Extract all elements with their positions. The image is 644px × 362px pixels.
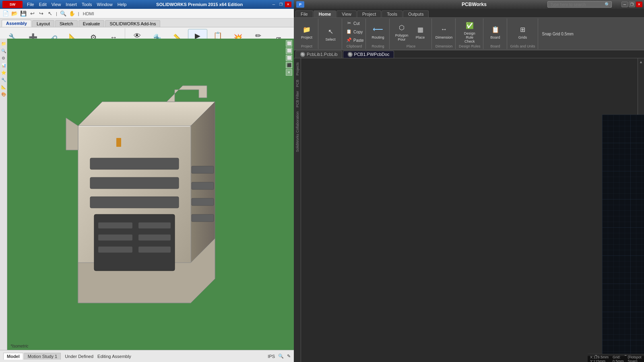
sw-menu-window[interactable]: Window: [95, 2, 115, 7]
sw-redo-btn[interactable]: ↪: [37, 10, 45, 18]
sw-sidebar-icon-7[interactable]: 📐: [0, 84, 7, 90]
pcb-tab-file[interactable]: File: [295, 10, 313, 17]
sw-cursor-btn[interactable]: ↖: [46, 10, 54, 18]
grids-icon: ⊞: [518, 24, 528, 35]
pcb-tab-home[interactable]: Home: [314, 10, 336, 17]
sw-menu-tools[interactable]: Tools: [80, 2, 94, 7]
pcb-ribbon-content: 📁 Project Project ↖ Select ✂ Cut: [294, 18, 644, 50]
sw-status-ips: IPS: [268, 354, 275, 359]
pcb-tab-view[interactable]: View: [336, 10, 357, 17]
pcb-select-btn[interactable]: ↖ Select: [322, 24, 339, 44]
pcb-route-btn[interactable]: ⟵ Routing: [369, 22, 387, 42]
sw-viewport-controls: ⬜ ⬜ ⬜ ⬛ ✕: [286, 40, 292, 76]
pcb-group-clipboard-btns: ✂ Cut 📋 Copy 📌 Paste: [345, 19, 363, 44]
project-icon: 📁: [301, 24, 312, 35]
svg-rect-6: [192, 166, 214, 173]
sw-pan-btn[interactable]: ✋: [68, 10, 76, 18]
sw-tab-sketch[interactable]: Sketch: [55, 20, 78, 27]
sw-menu: File Edit View Insert Tools Window Help: [25, 2, 128, 7]
pcb-titlebar: P PCBWorks 🔍 ─ ❐ ✕: [294, 0, 644, 9]
route-label: Routing: [372, 35, 384, 39]
pcb-sidebar-projects[interactable]: Projects: [295, 61, 300, 77]
sw-menu-view[interactable]: View: [50, 2, 63, 7]
sw-3d-component: [54, 78, 247, 311]
sw-status-icon1[interactable]: 🔍: [278, 354, 284, 359]
pcb-cut-btn[interactable]: ✂ Cut: [345, 19, 363, 27]
pcb-tab-project[interactable]: Project: [357, 10, 381, 17]
pcb-group-dimension-btns: ↔ Dimension: [435, 19, 453, 44]
pcb-close-button[interactable]: ✕: [636, 2, 642, 7]
sw-sidebar-icon-5[interactable]: ⭐: [0, 69, 7, 76]
vp-ctrl-5[interactable]: ✕: [286, 69, 292, 76]
sw-tab-assembly[interactable]: Assembly: [2, 20, 31, 27]
svg-rect-16: [138, 247, 171, 253]
pcb-sidebar-pcb-filter[interactable]: PCB Filter: [295, 89, 300, 109]
pcb-project-btn[interactable]: 📁 Project: [298, 22, 316, 42]
pcb-restore-button[interactable]: ❐: [629, 2, 635, 7]
pcb-grids-btn[interactable]: ⊞ Grids: [514, 22, 532, 42]
pcb-paste-btn[interactable]: 📌 Paste: [345, 36, 363, 44]
sw-sidebar-icon-1[interactable]: 📁: [0, 40, 7, 47]
sw-zoom-btn[interactable]: 🔍: [59, 10, 67, 18]
sw-model-tabs: Model Motion Study 1: [3, 353, 61, 360]
pcb-dimension-btn[interactable]: ↔ Dimension: [435, 22, 453, 42]
sw-restore-button[interactable]: ❐: [278, 2, 284, 7]
sw-logo: SW: [2, 1, 23, 8]
sw-sidebar-icon-2[interactable]: 🔍: [0, 47, 7, 54]
sw-sidebar-icon-4[interactable]: 📊: [0, 62, 7, 68]
cut-icon: ✂: [346, 20, 352, 26]
sw-model-tab[interactable]: Model: [3, 353, 23, 360]
sw-minimize-button[interactable]: ─: [270, 2, 277, 7]
pcb-board-btn[interactable]: 📋 Board: [487, 22, 504, 42]
pcb-right-sidebar-scroll[interactable]: ▲: [639, 58, 644, 66]
pcb-sidebar-pcb[interactable]: PCB: [295, 78, 300, 89]
sw-tab-addins[interactable]: SOLIDWORKS Add-Ins: [105, 20, 160, 27]
sw-window-title: SOLIDWORKS Premium 2015 x64 Edition: [131, 2, 268, 7]
pcb-file-tab-pcblib[interactable]: 🔘 PcbLib1.PcbLib: [295, 51, 342, 58]
sw-left-sidebar: 📁 🔍 ⚙ 📊 ⭐ 🔧 📐 🎨: [0, 39, 7, 350]
sw-viewport[interactable]: ⬜ ⬜ ⬜ ⬛ ✕: [7, 39, 294, 350]
vp-ctrl-4[interactable]: ⬛: [286, 62, 292, 68]
sw-menu-file[interactable]: File: [25, 2, 36, 7]
pcb-sidebar-sw-collab[interactable]: SolidWorks Collaboration: [295, 110, 300, 154]
sw-sidebar-icon-6[interactable]: 🔧: [0, 76, 7, 83]
vp-ctrl-1[interactable]: ⬜: [286, 40, 292, 47]
sw-menu-help[interactable]: Help: [116, 2, 129, 7]
sw-titlebar: SW File Edit View Insert Tools Window He…: [0, 0, 294, 9]
vp-ctrl-3[interactable]: ⬜: [286, 55, 292, 61]
pcb-group-clipboard-label: Clipboard: [347, 44, 362, 48]
sw-menu-insert[interactable]: Insert: [64, 2, 79, 7]
pcb-polygon-pour-btn[interactable]: ⬡ PolygonPour: [393, 21, 411, 42]
pcb-place-btn[interactable]: ▦ Place: [411, 22, 429, 42]
sw-motion-study-tab[interactable]: Motion Study 1: [24, 353, 61, 360]
pcb-copy-btn[interactable]: 📋 Copy: [345, 28, 363, 36]
pcb-snap-grid-label: Snap Grid 0.5mm: [542, 32, 574, 36]
sw-new-btn[interactable]: 📄: [2, 10, 10, 18]
sw-menu-edit[interactable]: Edit: [37, 2, 49, 7]
pcb-status-bar: X:129.5mm Y:115mm Grid: 0.5mm (Hotspot S…: [588, 356, 644, 362]
drc-icon: ✅: [464, 20, 475, 31]
pcb-drc-btn[interactable]: ✅ Design RuleCheck: [461, 19, 479, 44]
sw-tab-layout[interactable]: Layout: [32, 20, 54, 27]
svg-rect-12: [138, 222, 171, 228]
sw-status-right: IPS 🔍 ✎: [268, 354, 291, 359]
sw-save-btn[interactable]: 💾: [19, 10, 27, 18]
sw-tab-evaluate[interactable]: Evaluate: [78, 20, 105, 27]
pcb-search-input[interactable]: [547, 1, 612, 8]
pcb-group-dimension: ↔ Dimension Dimension: [433, 19, 456, 49]
pcb-group-project-btns: 📁 Project: [298, 19, 316, 44]
vp-ctrl-2[interactable]: ⬜: [286, 47, 292, 54]
sw-sidebar-icon-8[interactable]: 🎨: [0, 91, 7, 97]
pcb-minimize-button[interactable]: ─: [621, 2, 628, 7]
sw-undo-btn[interactable]: ↩: [28, 10, 36, 18]
pcb-tab-tools[interactable]: Tools: [382, 10, 402, 17]
sw-sidebar-icon-3[interactable]: ⚙: [0, 55, 7, 61]
pcb-canvas[interactable]: MH4 MH3 MH1 MH2 J1: [602, 115, 644, 362]
pcb-file-tab-pcbdoc[interactable]: 🔘 PCB1.PWPcbDoc: [343, 51, 394, 58]
pcb-tab-outputs[interactable]: Outputs: [403, 10, 429, 17]
sw-status-icon2[interactable]: ✎: [287, 354, 291, 359]
svg-rect-5: [90, 197, 179, 208]
sw-close-button[interactable]: ✕: [285, 2, 291, 7]
sw-open-btn[interactable]: 📂: [10, 10, 19, 18]
pcb-group-routing-btns: ⟵ Routing: [369, 19, 387, 44]
